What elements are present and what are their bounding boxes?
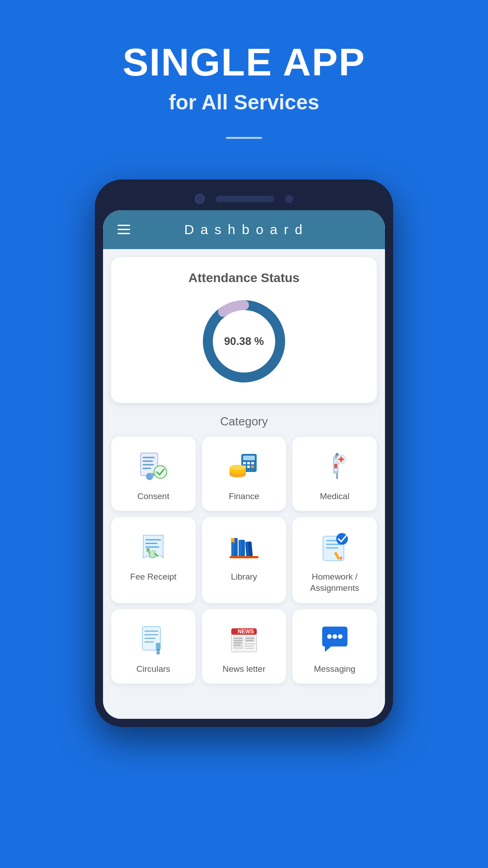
svg-point-58 <box>156 651 160 655</box>
dashboard-header: D a s h b o a r d <box>103 210 385 249</box>
notch-dot <box>285 195 293 203</box>
svg-point-23 <box>230 465 246 470</box>
circulars-icon <box>135 621 171 657</box>
svg-rect-43 <box>230 556 258 558</box>
category-section: Category <box>103 410 385 692</box>
donut-chart: 90.38 % <box>199 296 289 387</box>
homework-icon <box>317 529 353 565</box>
category-grid: Consent <box>111 437 377 684</box>
medical-label: Medical <box>320 491 349 502</box>
notch-speaker <box>216 196 274 202</box>
category-item-circulars[interactable]: Circulars <box>111 609 196 684</box>
category-item-fee-receipt[interactable]: ₹ Fee Receipt <box>111 517 196 603</box>
svg-point-74 <box>333 634 337 639</box>
messaging-icon <box>317 621 353 657</box>
library-label: Library <box>231 571 257 583</box>
svg-point-10 <box>150 473 154 476</box>
consent-icon <box>135 448 171 485</box>
phone-notch <box>103 188 385 208</box>
svg-rect-17 <box>247 466 250 468</box>
circulars-label: Circulars <box>136 664 170 675</box>
hamburger-line-1 <box>117 225 130 226</box>
medical-icon <box>317 448 353 485</box>
attendance-percentage: 90.38 % <box>224 335 264 348</box>
hamburger-menu[interactable] <box>117 225 130 234</box>
newsletter-icon: NEWS <box>226 621 262 657</box>
svg-rect-29 <box>336 473 338 479</box>
svg-point-73 <box>327 634 332 639</box>
newsletter-label: News letter <box>222 664 265 675</box>
svg-text:NEWS: NEWS <box>238 628 254 635</box>
svg-rect-26 <box>334 464 337 468</box>
svg-rect-15 <box>251 462 254 464</box>
finance-label: Finance <box>229 491 259 502</box>
fee-receipt-icon: ₹ <box>135 529 171 565</box>
messaging-label: Messaging <box>314 664 356 675</box>
svg-rect-12 <box>243 456 255 460</box>
category-item-consent[interactable]: Consent <box>111 437 196 511</box>
svg-rect-13 <box>243 462 246 464</box>
dashboard-title: D a s h b o a r d <box>130 222 358 237</box>
svg-rect-40 <box>239 540 241 557</box>
hero-title: SINGLE APP <box>0 41 488 84</box>
svg-rect-57 <box>156 649 160 651</box>
svg-rect-28 <box>336 453 338 456</box>
phone-wrapper: D a s h b o a r d Attendance Status <box>0 179 488 727</box>
attendance-title: Attendance Status <box>122 271 366 285</box>
category-title: Category <box>111 415 377 429</box>
category-item-finance[interactable]: Finance <box>202 437 286 511</box>
svg-rect-56 <box>156 643 160 649</box>
notch-camera <box>195 194 205 204</box>
category-item-messaging[interactable]: Messaging <box>292 609 377 684</box>
hero-section: SINGLE APP for All Services <box>0 0 488 175</box>
phone-screen: D a s h b o a r d Attendance Status <box>103 210 385 719</box>
homework-label: Homework /Assignments <box>310 571 359 594</box>
svg-point-75 <box>338 634 343 639</box>
svg-rect-14 <box>247 462 250 464</box>
phone-frame: D a s h b o a r d Attendance Status <box>95 179 393 727</box>
hero-subtitle: for All Services <box>0 90 488 114</box>
category-item-homework[interactable]: Homework /Assignments <box>292 517 377 603</box>
category-item-medical[interactable]: Medical <box>292 437 377 511</box>
hamburger-line-2 <box>117 229 130 230</box>
svg-rect-67 <box>245 637 255 642</box>
hamburger-line-3 <box>117 233 130 234</box>
finance-icon <box>226 448 262 485</box>
svg-rect-18 <box>251 466 254 468</box>
consent-label: Consent <box>137 491 169 502</box>
donut-container: 90.38 % <box>122 296 366 387</box>
attendance-card: Attendance Status 90.38 % <box>111 257 377 403</box>
svg-point-8 <box>154 466 167 478</box>
svg-rect-32 <box>338 458 344 460</box>
category-item-library[interactable]: Library <box>202 517 286 603</box>
fee-receipt-label: Fee Receipt <box>130 571 176 583</box>
hero-divider <box>226 137 262 139</box>
category-item-newsletter[interactable]: NEWS <box>202 609 286 684</box>
library-icon <box>226 529 262 565</box>
